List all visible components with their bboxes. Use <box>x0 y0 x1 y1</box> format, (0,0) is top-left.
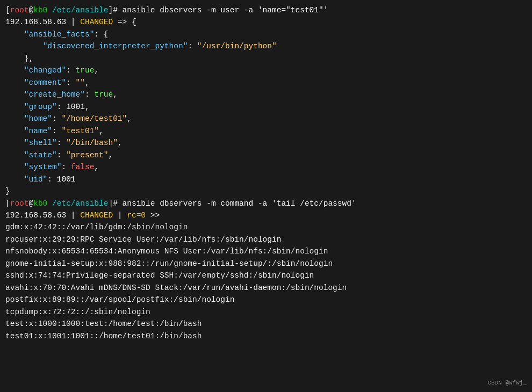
key-ansible-facts: "ansible_facts" <box>24 30 95 39</box>
changed-1: CHANGED <box>80 18 113 26</box>
val-true: true <box>76 66 95 75</box>
line-10: "home": "/home/test01", <box>5 113 527 125</box>
val-python-path: "/usr/bin/python" <box>197 42 277 50</box>
key-comment: "comment" <box>24 78 66 87</box>
prompt-host: kb0 <box>33 6 47 14</box>
line-postfix: postfix:x:89:89::/var/spool/postfix:/sbi… <box>5 294 527 306</box>
line-6: "changed": true, <box>5 64 527 76</box>
val-group: 1001 <box>66 103 85 111</box>
key-state: "state" <box>24 151 57 159</box>
val-false: false <box>71 163 95 171</box>
line-rpcuser: rpcuser:x:29:29:RPC Service User:/var/li… <box>5 234 527 245</box>
key-home: "home" <box>24 114 52 123</box>
prompt-at: @ <box>29 6 34 14</box>
line-avahi: avahi:x:70:70:Avahi mDNS/DNS-SD Stack:/v… <box>5 282 527 294</box>
key-shell: "shell" <box>24 139 57 147</box>
key-changed: "changed" <box>24 66 66 75</box>
line-8: "create_home": true, <box>5 89 527 100</box>
line-sshd: sshd:x:74:74:Privilege-separated SSH:/va… <box>5 270 527 281</box>
key-group: "group" <box>24 103 57 111</box>
line-gdm: gdm:x:42:42::/var/lib/gdm:/sbin/nologin <box>5 221 527 233</box>
line-16: } <box>5 185 527 197</box>
line-5: }, <box>5 53 527 64</box>
line-18: 192.168.58.63 | CHANGED | rc=0 >> <box>5 209 527 221</box>
line-tcpdump: tcpdump:x:72:72::/:sbin/nologin <box>5 306 527 318</box>
key-uid: "uid" <box>24 175 48 184</box>
line-test01: test01:x:1001:1001::/home/test01:/bin/ba… <box>5 330 527 342</box>
line-gnome: gnome-initial-setup:x:988:982::/run/gnom… <box>5 258 527 270</box>
line-14: "system": false, <box>5 161 527 173</box>
val-state: "present" <box>66 151 108 159</box>
line-12: "shell": "/bin/bash", <box>5 137 527 149</box>
bracket-close: ] <box>108 6 113 14</box>
prompt-root: root <box>10 6 29 14</box>
line-17: [root@kb0 /etc/ansible]# ansible dbserve… <box>5 198 527 209</box>
key-disc-interp: "discovered_interpreter_python" <box>43 42 188 50</box>
line-15: "uid": 1001 <box>5 173 527 185</box>
ip-1: 192.168.58.63 | <box>5 18 80 26</box>
cmd-text-2: ansible dbservers -m command -a 'tail /e… <box>118 199 356 208</box>
line-7: "comment": "", <box>5 77 527 89</box>
rc-label: rc=0 <box>127 211 146 220</box>
line-13: "state": "present", <box>5 149 527 161</box>
line-nfsnobody: nfsnobody:x:65534:65534:Anonymous NFS Us… <box>5 245 527 257</box>
line-test: test:x:1000:1000:test:/home/test:/bin/ba… <box>5 318 527 330</box>
changed-2: CHANGED <box>80 211 113 220</box>
prompt-path: /etc/ansible <box>52 6 108 14</box>
line-3: "ansible_facts": { <box>5 28 527 40</box>
key-system: "system" <box>24 163 62 171</box>
line-9: "group": 1001, <box>5 101 527 113</box>
bracket-open: [ <box>5 6 10 14</box>
line-1: [root@kb0 /etc/ansible]# ansible dbserve… <box>5 4 527 16</box>
val-comment: "" <box>76 78 85 87</box>
key-create-home: "create_home" <box>24 90 85 99</box>
val-name: "test01" <box>61 127 99 135</box>
key-name: "name" <box>24 127 52 135</box>
line-2: 192.168.58.63 | CHANGED => { <box>5 16 527 28</box>
val-shell: "/bin/bash" <box>66 139 118 147</box>
cmd-text-1: ansible dbservers -m user -a 'name="test… <box>118 6 328 14</box>
line-11: "name": "test01", <box>5 125 527 137</box>
val-create-home: true <box>94 90 113 99</box>
prompt-hash: # <box>113 6 118 14</box>
val-home: "/home/test01" <box>61 114 127 123</box>
terminal: [root@kb0 /etc/ansible]# ansible dbserve… <box>0 0 532 392</box>
arrow-1: => { <box>113 18 136 26</box>
val-uid: 1001 <box>57 175 76 184</box>
watermark: CSDN @wfwj_ <box>487 379 527 388</box>
line-4: "discovered_interpreter_python": "/usr/b… <box>5 40 527 52</box>
